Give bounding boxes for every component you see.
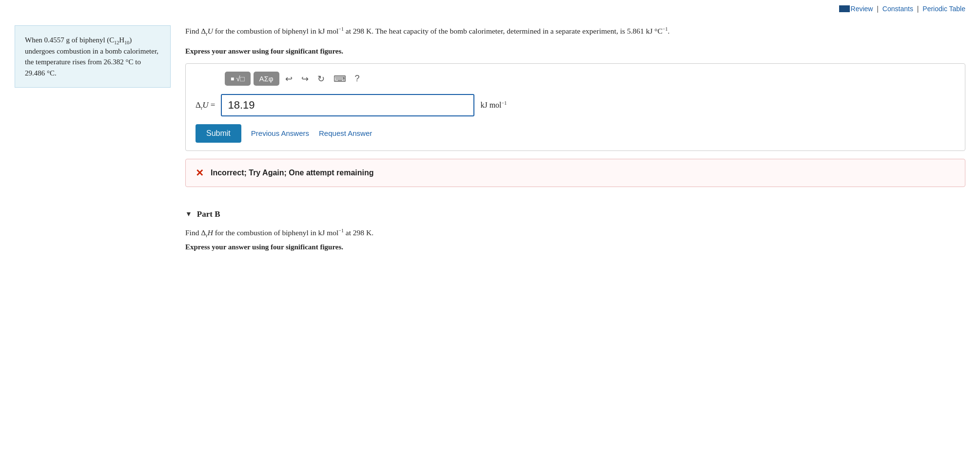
error-icon: ✕: [196, 167, 204, 179]
top-bar-links: Review | Constants | Periodic Table: [851, 5, 965, 13]
input-label: ΔrU =: [196, 100, 215, 110]
part-b-instruction: Express your answer using four significa…: [185, 243, 965, 251]
chevron-down-icon: ▼: [185, 210, 192, 218]
part-b-section: ▼ Part B Find ΔrH for the combustion of …: [185, 205, 965, 251]
math-template-button[interactable]: ■ √□: [225, 72, 251, 86]
periodic-table-link[interactable]: Periodic Table: [922, 5, 965, 13]
keyboard-button[interactable]: ⌨: [331, 72, 349, 86]
greek-symbols-button[interactable]: ΑΣφ: [254, 72, 279, 86]
main-content: When 0.4557 g of biphenyl (C12H10) under…: [0, 16, 980, 261]
problem-box: When 0.4557 g of biphenyl (C12H10) under…: [15, 25, 171, 88]
answer-box: ■ √□ ΑΣφ ↩ ↪ ↻ ⌨: [185, 63, 965, 151]
input-row: ΔrU = kJ mol−1: [196, 94, 955, 116]
refresh-icon: ↻: [317, 74, 325, 84]
constants-link[interactable]: Constants: [882, 5, 913, 13]
help-button[interactable]: ?: [352, 72, 363, 86]
previous-answers-link[interactable]: Previous Answers: [251, 129, 309, 137]
part-b-title: Part B: [197, 209, 220, 219]
greek-label: ΑΣφ: [259, 75, 274, 83]
problem-text: When 0.4557 g of biphenyl (C12H10) under…: [25, 36, 158, 77]
math-template-label: √□: [236, 75, 244, 83]
unit-label: kJ mol−1: [480, 101, 507, 110]
top-bar: Review | Constants | Periodic Table: [0, 0, 980, 16]
redo-button[interactable]: ↪: [298, 72, 312, 86]
checkbox-icon: ■: [231, 75, 234, 82]
help-icon: ?: [355, 74, 360, 83]
undo-button[interactable]: ↩: [282, 72, 295, 86]
right-panel: Find ΔrU for the combustion of biphenyl …: [185, 25, 965, 251]
mastering-icon: [839, 5, 848, 12]
answer-input[interactable]: [221, 94, 474, 116]
part-b-question: Find ΔrH for the combustion of biphenyl …: [185, 227, 965, 239]
action-row: Submit Previous Answers Request Answer: [196, 124, 955, 143]
request-answer-link[interactable]: Request Answer: [319, 129, 372, 137]
refresh-button[interactable]: ↻: [314, 72, 328, 86]
submit-button[interactable]: Submit: [196, 124, 241, 143]
part-a-instruction: Express your answer using four significa…: [185, 47, 965, 56]
redo-icon: ↪: [301, 74, 309, 84]
review-link[interactable]: Review: [851, 5, 873, 13]
undo-icon: ↩: [285, 74, 293, 84]
toolbar: ■ √□ ΑΣφ ↩ ↪ ↻ ⌨: [196, 72, 955, 86]
question-text: Find ΔrU for the combustion of biphenyl …: [185, 25, 965, 38]
error-message: Incorrect; Try Again; One attempt remain…: [211, 169, 374, 177]
error-box: ✕ Incorrect; Try Again; One attempt rema…: [185, 159, 965, 187]
part-b-header[interactable]: ▼ Part B: [185, 209, 965, 219]
keyboard-icon: ⌨: [333, 74, 346, 84]
